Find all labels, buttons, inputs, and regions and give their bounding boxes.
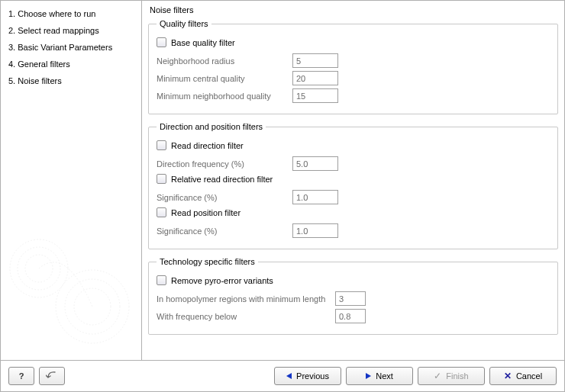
svg-point-5 <box>74 288 111 325</box>
reset-button[interactable] <box>39 367 65 385</box>
read-direction-filter-checkbox[interactable] <box>157 140 166 150</box>
step-label: Noise filters <box>18 76 61 85</box>
homopolymer-min-length-input[interactable] <box>335 291 366 306</box>
step-item-4[interactable]: 4. General filters <box>4 56 138 72</box>
min-neighborhood-quality-label: Minimum neighborhood quality <box>157 92 288 101</box>
step-number: 4. <box>8 59 15 69</box>
step-number: 2. <box>8 26 15 35</box>
svg-point-0 <box>10 239 68 297</box>
relative-read-direction-filter-checkbox[interactable] <box>157 174 166 184</box>
remove-pyro-error-label: Remove pyro-error variants <box>171 276 273 285</box>
finish-label: Finish <box>446 371 468 381</box>
remove-pyro-error-checkbox[interactable] <box>157 275 166 285</box>
svg-point-2 <box>25 255 53 282</box>
main-area: 1. Choose where to run 2. Select read ma… <box>1 1 564 360</box>
wizard-sidebar: 1. Choose where to run 2. Select read ma… <box>1 1 142 360</box>
min-neighborhood-quality-row: Minimum neighborhood quality <box>157 88 550 103</box>
svg-point-1 <box>18 247 60 290</box>
step-label: General filters <box>18 59 69 69</box>
technology-filters-legend: Technology specific filters <box>157 257 258 266</box>
page-title: Noise filters <box>148 4 558 19</box>
direction-position-filters-group: Direction and position filters Read dire… <box>148 122 558 249</box>
step-item-5[interactable]: 5. Noise filters <box>4 72 138 89</box>
significance2-input[interactable] <box>292 223 338 238</box>
min-central-quality-input[interactable] <box>292 71 338 85</box>
min-central-quality-label: Minimum central quality <box>157 74 288 83</box>
neighborhood-radius-input[interactable] <box>292 53 338 68</box>
direction-position-filters-legend: Direction and position filters <box>157 122 266 131</box>
significance1-label: Significance (%) <box>157 193 288 202</box>
sidebar-decoration-icon <box>1 215 142 360</box>
direction-frequency-input[interactable] <box>292 156 338 171</box>
step-label: Select read mappings <box>18 26 98 35</box>
significance2-label: Significance (%) <box>157 227 288 236</box>
remove-pyro-error-row: Remove pyro-error variants <box>157 275 550 285</box>
min-central-quality-row: Minimum central quality <box>157 71 550 85</box>
frequency-below-label: With frequency below <box>157 312 331 321</box>
previous-button[interactable]: Previous <box>274 367 341 385</box>
wizard-window: 1. Choose where to run 2. Select read ma… <box>0 0 565 392</box>
read-direction-filter-row: Read direction filter <box>157 140 550 150</box>
step-item-3[interactable]: 3. Basic Variant Parameters <box>4 39 138 56</box>
base-quality-filter-row: Base quality filter <box>157 37 550 47</box>
neighborhood-radius-label: Neighborhood radius <box>157 56 288 66</box>
arrow-right-icon <box>366 373 371 379</box>
direction-frequency-row: Direction frequency (%) <box>157 156 550 171</box>
previous-label: Previous <box>296 371 329 381</box>
step-label: Choose where to run <box>18 9 95 18</box>
significance1-row: Significance (%) <box>157 190 550 204</box>
check-icon: ✓ <box>434 371 441 381</box>
finish-button[interactable]: ✓ Finish <box>418 367 485 385</box>
step-label: Basic Variant Parameters <box>18 43 112 52</box>
read-position-filter-row: Read position filter <box>157 207 550 217</box>
quality-filters-legend: Quality filters <box>157 19 211 28</box>
relative-read-direction-filter-row: Relative read direction filter <box>157 174 550 184</box>
step-item-1[interactable]: 1. Choose where to run <box>4 5 138 22</box>
cancel-button[interactable]: ✕ Cancel <box>489 367 557 385</box>
homopolymer-min-length-row: In homopolymer regions with minimum leng… <box>157 291 550 306</box>
base-quality-filter-checkbox[interactable] <box>157 37 166 47</box>
help-icon: ? <box>19 371 24 381</box>
frequency-below-row: With frequency below <box>157 309 550 323</box>
help-button[interactable]: ? <box>8 367 34 385</box>
technology-filters-group: Technology specific filters Remove pyro-… <box>148 257 558 335</box>
relative-read-direction-filter-label: Relative read direction filter <box>171 175 273 184</box>
close-icon: ✕ <box>504 371 512 381</box>
base-quality-filter-label: Base quality filter <box>171 38 235 47</box>
step-item-2[interactable]: 2. Select read mappings <box>4 22 138 39</box>
step-number: 1. <box>8 9 15 18</box>
quality-filters-group: Quality filters Base quality filter Neig… <box>148 19 558 114</box>
homopolymer-min-length-label: In homopolymer regions with minimum leng… <box>157 294 331 304</box>
wizard-content: Noise filters Quality filters Base quali… <box>142 1 564 360</box>
svg-point-4 <box>65 279 120 334</box>
step-number: 3. <box>8 43 15 52</box>
step-number: 5. <box>8 76 15 85</box>
read-position-filter-checkbox[interactable] <box>157 207 166 217</box>
min-neighborhood-quality-input[interactable] <box>292 88 338 103</box>
next-label: Next <box>376 371 393 381</box>
significance1-input[interactable] <box>292 190 338 204</box>
significance2-row: Significance (%) <box>157 223 550 238</box>
wizard-footer: ? Previous Next ✓ Finish ✕ Cancel <box>1 360 564 391</box>
undo-arrow-icon <box>46 371 58 381</box>
cancel-label: Cancel <box>516 371 542 381</box>
next-button[interactable]: Next <box>346 367 413 385</box>
neighborhood-radius-row: Neighborhood radius <box>157 53 550 68</box>
direction-frequency-label: Direction frequency (%) <box>157 159 288 169</box>
read-direction-filter-label: Read direction filter <box>171 141 244 150</box>
arrow-left-icon <box>286 373 292 379</box>
read-position-filter-label: Read position filter <box>171 208 241 217</box>
svg-point-3 <box>56 270 129 343</box>
frequency-below-input[interactable] <box>335 309 366 323</box>
